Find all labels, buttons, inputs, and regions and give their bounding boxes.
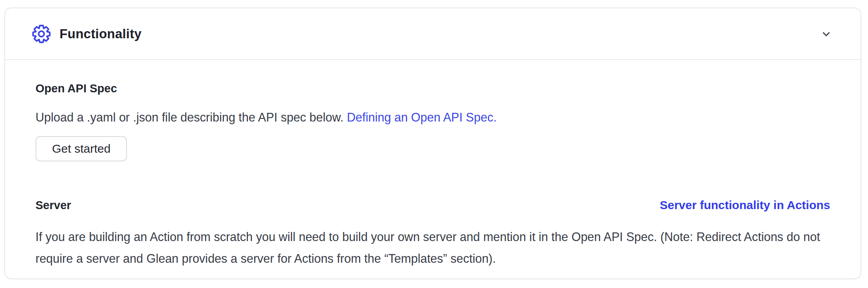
get-started-button[interactable]: Get started (35, 136, 127, 161)
gear-icon (31, 24, 52, 44)
functionality-panel-header[interactable]: Functionality (5, 8, 861, 60)
server-section: Server Server functionality in Actions I… (35, 198, 830, 269)
chevron-down-icon[interactable] (820, 27, 833, 41)
open-api-spec-section: Open API Spec Upload a .yaml or .json fi… (35, 82, 830, 161)
defining-open-api-spec-link[interactable]: Defining an Open API Spec. (347, 110, 497, 124)
functionality-panel: Functionality Open API Spec Upload a .ya… (4, 7, 861, 279)
open-api-spec-description: Upload a .yaml or .json file describing … (35, 108, 830, 126)
panel-body: Open API Spec Upload a .yaml or .json fi… (5, 60, 861, 269)
server-heading-row: Server Server functionality in Actions (35, 198, 830, 212)
server-description: If you are building an Action from scrat… (35, 226, 830, 269)
open-api-spec-heading: Open API Spec (35, 82, 830, 95)
server-functionality-link[interactable]: Server functionality in Actions (660, 198, 830, 212)
open-api-spec-description-text: Upload a .yaml or .json file describing … (35, 110, 344, 124)
panel-title: Functionality (60, 26, 142, 41)
server-heading: Server (35, 199, 71, 212)
